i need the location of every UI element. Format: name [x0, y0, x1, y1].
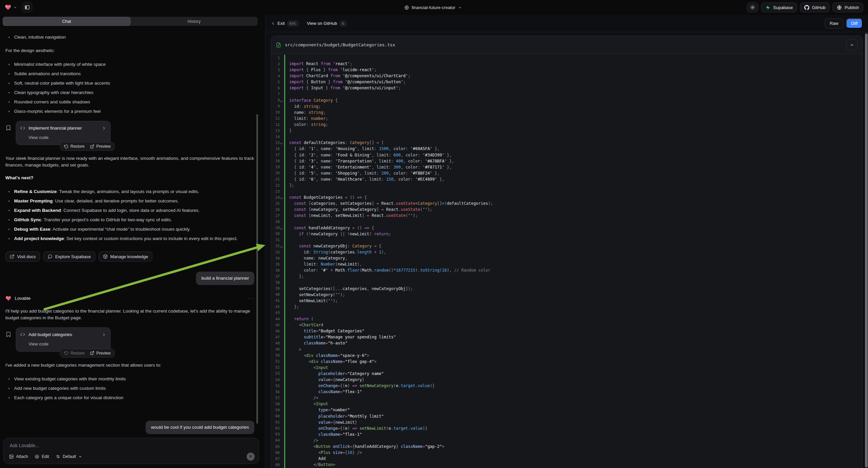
- code-line: 17 { id: '2', name: 'Food & Dining', lim…: [271, 152, 862, 158]
- collapse-file-button[interactable]: [846, 39, 858, 51]
- list-item-text: Rounded corners and subtle shadows: [14, 99, 90, 105]
- settings-button[interactable]: [747, 2, 758, 12]
- fold-spacer: [280, 158, 283, 164]
- fold-chevron-icon[interactable]: [280, 195, 283, 200]
- line-number: 43: [271, 311, 280, 315]
- chip-manage-knowledge[interactable]: Manage knowledge: [99, 252, 153, 262]
- bullet-dot-icon: [8, 200, 10, 202]
- code-lines[interactable]: 12import React from 'react';3import { Pl…: [271, 54, 862, 468]
- supabase-button[interactable]: Supabase: [761, 2, 797, 12]
- list-item-text: Subtle animations and transitions: [14, 70, 81, 77]
- line-number: 36: [271, 268, 280, 273]
- code-line: 24const BudgetCategories = () => {: [271, 195, 862, 200]
- fold-spacer: [280, 85, 283, 91]
- code-line: 30 if (!newCategory || !newLimit) return…: [271, 231, 862, 237]
- bullet-dot-icon: [8, 210, 10, 211]
- code-line: 28: [271, 219, 862, 225]
- chat-composer[interactable]: Ask Lovable... Attach Edit Default: [3, 438, 259, 464]
- list-item: Refine & Customize: Tweak the design, an…: [5, 187, 254, 196]
- restore-icon: [64, 351, 68, 355]
- sidebar-toggle-button[interactable]: [22, 2, 32, 12]
- line-number: 60: [271, 414, 280, 418]
- line-number: 25: [271, 201, 280, 206]
- chat-scrollbar[interactable]: [256, 114, 258, 424]
- code-line: 16 { id: '1', name: 'Housing', limit: 15…: [271, 146, 862, 152]
- send-button[interactable]: [247, 452, 255, 461]
- fold-spacer: [280, 91, 283, 97]
- chevron-left-icon[interactable]: [271, 21, 276, 26]
- version-card[interactable]: Add budget categoriesView code: [16, 327, 111, 351]
- fold-spacer: [280, 352, 283, 358]
- fold-spacer: [280, 449, 283, 456]
- list-item: Clean typography with clear hierarchies: [5, 88, 254, 97]
- version-card[interactable]: Implement financial plannerView code: [16, 121, 111, 145]
- file-plus-icon: [276, 42, 281, 48]
- fold-spacer: [280, 206, 283, 212]
- chip-visit-docs[interactable]: Visit docs: [5, 252, 40, 262]
- code-line: 51 <div className="flex gap-4">: [271, 358, 862, 364]
- model-selector[interactable]: Default: [56, 454, 82, 459]
- code-line-text: { id: '2', name: 'Food & Dining', limit:…: [283, 152, 452, 158]
- tab-chat[interactable]: Chat: [3, 17, 130, 26]
- restore-button[interactable]: Restore: [64, 351, 85, 355]
- attach-button[interactable]: Attach: [9, 454, 28, 459]
- line-number: 23: [271, 189, 280, 194]
- view-code-link[interactable]: View code: [29, 134, 106, 141]
- quick-action-chips: Visit docsExplore SupabaseManage knowled…: [5, 252, 254, 262]
- bookmark-icon[interactable]: [5, 331, 11, 338]
- code-line: 35 limit: Number(newLimit),: [271, 261, 862, 267]
- code-line-text: />: [283, 395, 318, 401]
- fold-chevron-icon[interactable]: [280, 140, 283, 146]
- code-line: 32 const newCategoryObj: Category = {: [271, 243, 862, 249]
- code-line-text: limit: Number(newLimit),: [283, 261, 362, 267]
- chevron-down-icon[interactable]: [13, 6, 17, 9]
- code-scrollbar[interactable]: [865, 34, 868, 467]
- preview-button[interactable]: Preview: [90, 351, 111, 355]
- code-line: 11 limit: number;: [271, 116, 862, 121]
- fold-spacer: [280, 182, 283, 188]
- line-number: 13: [271, 128, 280, 133]
- fold-chevron-icon[interactable]: [280, 243, 283, 249]
- message-menu-button[interactable]: ···: [248, 295, 254, 301]
- view-on-github-link[interactable]: View on GitHub: [307, 21, 337, 26]
- preview-label: Preview: [96, 351, 111, 355]
- code-line: 15const defaultCategories: Category[] = …: [271, 140, 862, 146]
- tab-history[interactable]: History: [130, 17, 258, 26]
- list-item: Master Prompting: Use clear, detailed, a…: [5, 197, 254, 205]
- code-line: 19 { id: '4', name: 'Entertainment', lim…: [271, 164, 862, 170]
- chip-explore-supabase[interactable]: Explore Supabase: [43, 252, 95, 262]
- list-item-text: View existing budget categories with the…: [14, 376, 126, 382]
- code-line-text: };: [283, 273, 304, 279]
- file-header[interactable]: src/components/budget/BudgetCategories.t…: [271, 36, 862, 54]
- bullet-dot-icon: [8, 219, 10, 221]
- fold-chevron-icon[interactable]: [280, 97, 283, 104]
- raw-button[interactable]: Raw: [825, 19, 843, 29]
- code-icon: [20, 332, 25, 337]
- code-line: 54 value={newCategory}: [271, 377, 862, 383]
- line-number: 12: [271, 122, 280, 127]
- lovable-logo-heart-icon[interactable]: [5, 4, 11, 11]
- restore-button[interactable]: Restore: [64, 144, 85, 149]
- code-line: 46 title="Budget Categories": [271, 328, 862, 334]
- line-number: 7: [271, 92, 280, 96]
- diff-button[interactable]: Diff: [846, 19, 863, 29]
- line-number: 42: [271, 304, 280, 309]
- github-button[interactable]: GitHub: [800, 2, 830, 12]
- view-code-link[interactable]: View code: [29, 341, 106, 347]
- code-line-text: import ChartCard from '@/components/ui/C…: [283, 73, 410, 79]
- code-line: 39 setCategories([...categories, newCate…: [271, 286, 862, 292]
- preview-button[interactable]: Preview: [90, 144, 111, 149]
- list-item: Subtle animations and transitions: [5, 69, 254, 78]
- line-number: 1: [271, 56, 280, 60]
- project-switcher[interactable]: financial-future-creator: [404, 5, 462, 10]
- exit-button[interactable]: Exit: [277, 21, 285, 26]
- fold-chevron-icon[interactable]: [280, 225, 283, 231]
- version-actions: RestorePreview: [60, 142, 115, 151]
- publish-button[interactable]: Publish: [832, 2, 863, 12]
- fold-spacer: [280, 79, 283, 85]
- esc-key-badge: ESC: [287, 21, 298, 26]
- bookmark-icon[interactable]: [5, 125, 11, 131]
- code-line-text: value={newLimit}: [283, 419, 357, 426]
- supabase-bolt-icon: [765, 5, 770, 10]
- edit-mode-button[interactable]: Edit: [35, 454, 49, 459]
